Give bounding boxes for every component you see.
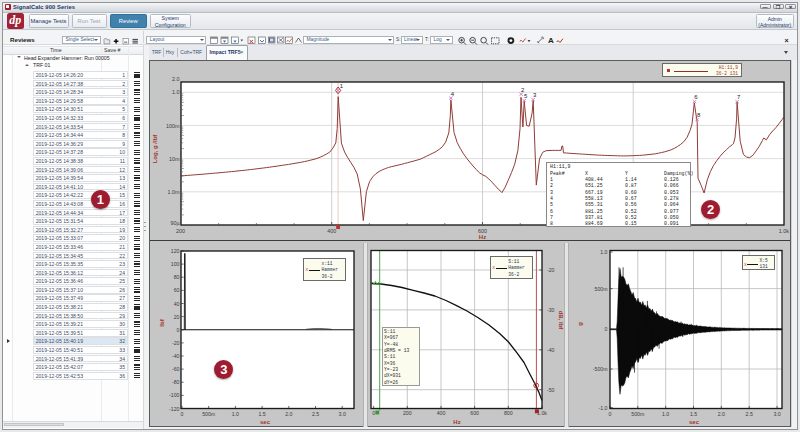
svg-text:-120: -120 xyxy=(169,406,179,412)
svg-text:2.0: 2.0 xyxy=(285,411,292,417)
svg-text:2.0: 2.0 xyxy=(172,76,180,82)
svg-text:0: 0 xyxy=(181,411,184,417)
svg-text:100: 100 xyxy=(171,261,180,267)
svg-text:200: 200 xyxy=(403,410,412,416)
svg-text:2.5: 2.5 xyxy=(746,411,753,417)
svg-text:-40: -40 xyxy=(172,353,180,359)
svg-text:0: 0 xyxy=(605,326,608,332)
svg-text:3.0: 3.0 xyxy=(773,411,780,417)
svg-text:-1.0: -1.0 xyxy=(599,405,608,411)
svg-text:1.0: 1.0 xyxy=(172,89,180,95)
svg-text:1.5: 1.5 xyxy=(258,411,265,417)
svg-text:Log, g /lbf: Log, g /lbf xyxy=(152,134,158,164)
svg-text:-60: -60 xyxy=(172,366,180,372)
svg-text:1.5: 1.5 xyxy=(690,411,697,417)
svg-text:-500m: -500m xyxy=(593,366,608,372)
svg-text:400: 400 xyxy=(327,228,336,234)
svg-text:500m: 500m xyxy=(595,286,608,292)
svg-text:Hz: Hz xyxy=(479,234,486,240)
svg-text:-40: -40 xyxy=(547,347,555,353)
svg-text:1.0: 1.0 xyxy=(232,411,239,417)
svg-text:500m: 500m xyxy=(631,411,644,417)
svg-text:500m: 500m xyxy=(202,411,215,417)
svg-text:1.0m: 1.0m xyxy=(168,189,180,195)
svg-text:1.0k: 1.0k xyxy=(779,228,789,234)
svg-text:0: 0 xyxy=(609,411,612,417)
svg-text:sec: sec xyxy=(689,419,700,425)
svg-text:90µ: 90µ xyxy=(170,220,179,226)
svg-text:-20: -20 xyxy=(547,267,555,273)
svg-text:-30: -30 xyxy=(547,307,555,313)
svg-text:120: 120 xyxy=(171,248,180,254)
svg-text:lbf: lbf xyxy=(159,318,165,326)
svg-text:800: 800 xyxy=(504,410,513,416)
svg-text:600: 600 xyxy=(478,228,487,234)
svg-text:-80: -80 xyxy=(172,379,180,385)
svg-text:Hz: Hz xyxy=(453,419,460,425)
svg-text:100m: 100m xyxy=(166,123,180,129)
svg-text:3.0: 3.0 xyxy=(339,411,346,417)
svg-text:0: 0 xyxy=(177,327,180,333)
svg-text:-100: -100 xyxy=(169,392,179,398)
svg-text:sec: sec xyxy=(260,419,271,425)
svg-text:1.0: 1.0 xyxy=(662,411,669,417)
svg-text:200: 200 xyxy=(176,228,185,234)
svg-text:10m: 10m xyxy=(169,156,180,162)
svg-text:dB, lbf: dB, lbf xyxy=(558,311,564,331)
svg-text:-50: -50 xyxy=(547,387,555,393)
svg-text:40: 40 xyxy=(174,301,180,307)
svg-text:60: 60 xyxy=(174,287,180,293)
svg-text:80: 80 xyxy=(174,274,180,280)
svg-text:20: 20 xyxy=(174,314,180,320)
svg-text:0: 0 xyxy=(372,410,375,416)
svg-text:-20: -20 xyxy=(172,340,180,346)
svg-text:1.0: 1.0 xyxy=(600,249,607,255)
svg-text:g: g xyxy=(577,322,583,326)
svg-text:600: 600 xyxy=(470,410,479,416)
svg-text:2.0: 2.0 xyxy=(718,411,725,417)
svg-text:400: 400 xyxy=(437,410,446,416)
svg-text:2.5: 2.5 xyxy=(312,411,319,417)
